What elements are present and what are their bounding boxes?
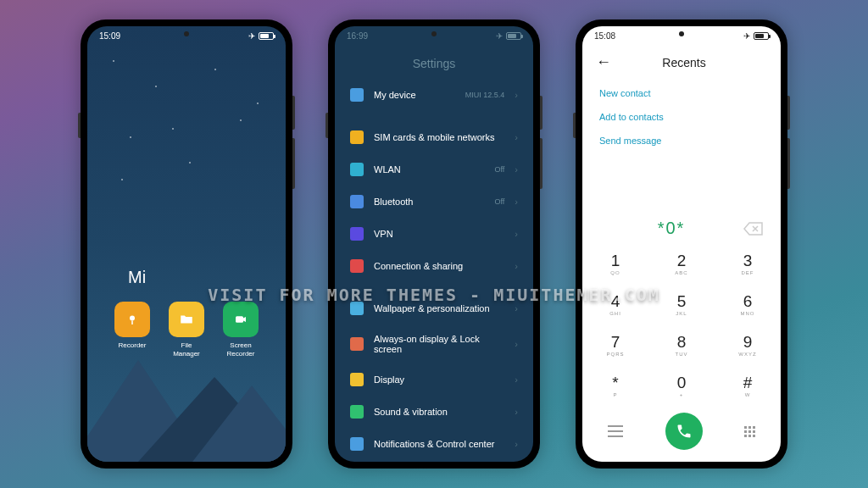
key-number: 2: [677, 252, 687, 269]
display-icon: [350, 373, 364, 386]
wifi-icon: [350, 163, 364, 176]
status-time: 15:09: [99, 31, 120, 41]
key-7[interactable]: 7PQRS: [582, 324, 648, 365]
app-recorder[interactable]: Recorder: [114, 302, 150, 358]
key-sublabel: DEF: [742, 270, 754, 275]
settings-item-sim[interactable]: SIM cards & mobile networks›: [350, 121, 518, 153]
back-icon[interactable]: ←: [596, 53, 611, 71]
key-number: *: [612, 374, 618, 391]
settings-item-always[interactable]: Always-on display & Lock screen›: [350, 324, 518, 363]
key-number: #: [743, 374, 753, 391]
key-sublabel: P: [613, 392, 617, 397]
key-sublabel: PQRS: [606, 352, 624, 357]
battery-icon: [754, 32, 769, 40]
settings-item-label: Display: [374, 374, 504, 385]
vpn-icon: [350, 227, 364, 241]
key-number: 7: [611, 334, 620, 350]
key-number: 9: [743, 334, 753, 350]
key-6[interactable]: 6MNO: [715, 284, 781, 324]
chevron-right-icon: ›: [515, 197, 518, 207]
battery-icon: [259, 32, 274, 40]
backspace-icon[interactable]: [743, 222, 764, 236]
settings-item-display[interactable]: Display›: [350, 363, 518, 396]
app-label: Screen Recorder: [227, 341, 255, 358]
settings-item-wifi[interactable]: WLANOff›: [350, 153, 518, 186]
mic-icon: [114, 302, 150, 337]
menu-icon[interactable]: [608, 425, 623, 437]
settings-item-wall[interactable]: Wallpaper & personalization›: [350, 292, 518, 324]
settings-item-notif[interactable]: Notifications & Control center›: [350, 428, 518, 460]
status-bar: 15:09 ✈: [87, 26, 286, 45]
key-number: 6: [743, 293, 753, 309]
notif-icon: [350, 437, 364, 451]
dialer-action-1[interactable]: Add to contacts: [599, 105, 764, 129]
dialed-number: *0*: [599, 219, 743, 238]
settings-item-label: Notifications & Control center: [374, 439, 504, 449]
key-number: 8: [677, 334, 687, 350]
dialer-action-2[interactable]: Send message: [599, 129, 764, 152]
settings-item-value: Off: [494, 165, 504, 174]
dialpad-icon[interactable]: [744, 426, 755, 437]
device-icon: [350, 88, 364, 102]
wallpaper-stars: [87, 52, 286, 221]
key-3[interactable]: 3DEF: [715, 243, 781, 284]
settings-item-label: SIM cards & mobile networks: [374, 132, 504, 142]
chevron-right-icon: ›: [515, 303, 518, 313]
settings-title: Settings: [335, 45, 533, 79]
key-0[interactable]: 0+: [648, 365, 715, 406]
key-sublabel: WXYZ: [738, 352, 756, 357]
airplane-icon: ✈: [248, 31, 255, 41]
chevron-right-icon: ›: [515, 132, 518, 142]
app-label: Recorder: [119, 341, 147, 350]
app-screen-recorder[interactable]: Screen Recorder: [223, 302, 259, 358]
settings-item-bt[interactable]: BluetoothOff›: [350, 186, 518, 218]
settings-item-conn[interactable]: Connection & sharing›: [350, 250, 518, 282]
status-bar: 15:08 ✈: [582, 26, 781, 45]
key-*[interactable]: *P: [582, 365, 648, 406]
key-sublabel: +: [680, 392, 684, 397]
chevron-right-icon: ›: [515, 261, 518, 271]
settings-item-device[interactable]: My deviceMIUI 12.5.4›: [350, 79, 518, 111]
settings-item-vpn[interactable]: VPN›: [350, 218, 518, 250]
chevron-right-icon: ›: [515, 339, 518, 349]
settings-item-label: VPN: [374, 229, 504, 239]
sim-icon: [350, 130, 364, 144]
key-9[interactable]: 9WXYZ: [715, 324, 781, 365]
chevron-right-icon: ›: [515, 90, 518, 100]
phone-settings: 16:99 ✈ Settings My deviceMIUI 12.5.4›SI…: [328, 19, 540, 469]
key-number: 3: [743, 252, 753, 269]
key-8[interactable]: 8TUV: [648, 324, 715, 365]
phone-home: 15:09 ✈ Mi Recorder: [81, 19, 292, 469]
key-1[interactable]: 1QO: [582, 243, 648, 284]
key-2[interactable]: 2ABC: [648, 243, 715, 284]
status-time: 15:08: [594, 31, 615, 41]
app-file-manager[interactable]: File Manager: [169, 302, 204, 358]
settings-item-sound[interactable]: Sound & vibration›: [350, 396, 518, 428]
key-5[interactable]: 5JKL: [648, 284, 715, 324]
svg-rect-1: [131, 321, 133, 325]
chevron-right-icon: ›: [515, 374, 518, 385]
settings-item-label: Always-on display & Lock screen: [374, 334, 504, 354]
dialer-title: Recents: [626, 56, 742, 69]
chevron-right-icon: ›: [515, 229, 518, 239]
settings-screen[interactable]: 16:99 ✈ Settings My deviceMIUI 12.5.4›SI…: [335, 26, 533, 462]
call-button[interactable]: [665, 413, 703, 450]
dialer-action-0[interactable]: New contact: [599, 81, 764, 105]
key-#[interactable]: #W: [715, 365, 781, 406]
chevron-right-icon: ›: [515, 164, 518, 175]
sound-icon: [350, 405, 364, 419]
folder-title: Mi: [128, 268, 146, 287]
key-4[interactable]: 4GHI: [582, 284, 648, 324]
home-screen[interactable]: 15:09 ✈ Mi Recorder: [87, 26, 286, 462]
settings-list: My deviceMIUI 12.5.4›SIM cards & mobile …: [335, 79, 533, 460]
dialer-display: *0*: [582, 210, 781, 243]
battery-icon: [506, 32, 521, 40]
settings-item-label: My device: [374, 90, 455, 100]
airplane-icon: ✈: [496, 31, 503, 41]
conn-icon: [350, 259, 364, 273]
key-number: 0: [677, 374, 687, 391]
status-bar: 16:99 ✈: [335, 26, 533, 45]
wallpaper-mountains: [87, 360, 286, 462]
app-row: Recorder File Manager Screen Recorder: [87, 302, 286, 358]
dialer-screen[interactable]: 15:08 ✈ ← Recents New contactAdd to cont…: [582, 26, 781, 462]
